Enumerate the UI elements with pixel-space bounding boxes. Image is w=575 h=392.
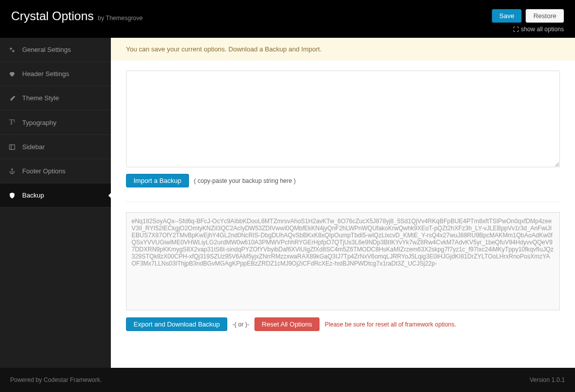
- sidebar-item-label: Footer Options: [22, 167, 66, 175]
- import-row: Import a Backup ( copy-paste your backup…: [126, 174, 560, 187]
- header-buttons: Save Restore: [492, 9, 564, 23]
- svg-point-0: [10, 47, 12, 49]
- restore-button[interactable]: Restore: [526, 9, 564, 23]
- shield-icon: [8, 192, 16, 199]
- svg-point-1: [13, 50, 14, 52]
- info-banner: You can save your current options. Downl…: [111, 38, 575, 60]
- sidebar-item-label: Sidebar: [22, 143, 45, 151]
- sidebar-item-sidebar[interactable]: Sidebar: [0, 135, 111, 159]
- sidebar-item-backup[interactable]: Backup: [0, 183, 111, 208]
- middle: General Settings Header Settings Theme S…: [0, 38, 575, 368]
- footer-version: Version 1.0.1: [530, 376, 565, 383]
- sidebar-item-label: Backup: [22, 191, 44, 199]
- svg-point-4: [12, 168, 13, 169]
- app-title: Crystal Options: [11, 9, 94, 23]
- header-right: Save Restore show all options: [492, 9, 564, 33]
- layout-icon: [8, 144, 16, 151]
- svg-rect-2: [10, 145, 15, 149]
- sidebar-item-label: Typography: [22, 119, 56, 126]
- import-textarea[interactable]: [126, 71, 560, 167]
- sidebar-item-typography[interactable]: TI Typography: [0, 110, 111, 135]
- sidebar-item-general-settings[interactable]: General Settings: [0, 38, 111, 62]
- gears-icon: [8, 46, 16, 53]
- app-byline: by Themesgrove: [98, 15, 143, 22]
- reset-all-options-button[interactable]: Reset All Options: [254, 317, 320, 331]
- sidebar-item-label: General Settings: [22, 46, 71, 53]
- sidebar-item-label: Theme Style: [22, 94, 59, 102]
- sidebar-item-theme-style[interactable]: Theme Style: [0, 86, 111, 110]
- save-button[interactable]: Save: [492, 9, 522, 23]
- show-all-label: show all options: [521, 26, 564, 33]
- anchor-icon: [8, 168, 16, 175]
- export-row: Export and Download Backup -( or )- Rese…: [126, 317, 560, 331]
- backup-panel: Import a Backup ( copy-paste your backup…: [111, 60, 575, 368]
- heart-icon: [8, 71, 16, 78]
- footer-powered-by: Powered by Codestar Framework.: [10, 376, 102, 383]
- expand-icon: [513, 26, 519, 32]
- section-divider: [126, 202, 560, 202]
- show-all-options-link[interactable]: show all options: [513, 26, 564, 33]
- header-left: Crystal Options by Themesgrove: [11, 9, 143, 23]
- export-textarea[interactable]: eNq1Il2SoyAQx--Sfd6q-BFcJ-OcYc9AIbbKDooL…: [126, 212, 560, 310]
- footer: Powered by Codestar Framework. Version 1…: [0, 368, 575, 392]
- reset-warning: Please be sure for reset all of framewor…: [325, 321, 456, 328]
- or-separator: -( or )-: [232, 321, 249, 328]
- content: You can save your current options. Downl…: [111, 38, 575, 368]
- brush-icon: [8, 95, 16, 102]
- sidebar-item-header-settings[interactable]: Header Settings: [0, 62, 111, 86]
- export-download-button[interactable]: Export and Download Backup: [126, 317, 227, 331]
- sidebar: General Settings Header Settings Theme S…: [0, 38, 111, 368]
- typography-icon: TI: [8, 118, 16, 126]
- sidebar-item-label: Header Settings: [22, 70, 69, 78]
- header: Crystal Options by Themesgrove Save Rest…: [0, 0, 575, 38]
- import-backup-button[interactable]: Import a Backup: [126, 174, 189, 187]
- import-hint: ( copy-paste your backup string here ): [194, 177, 296, 184]
- sidebar-item-footer-options[interactable]: Footer Options: [0, 159, 111, 183]
